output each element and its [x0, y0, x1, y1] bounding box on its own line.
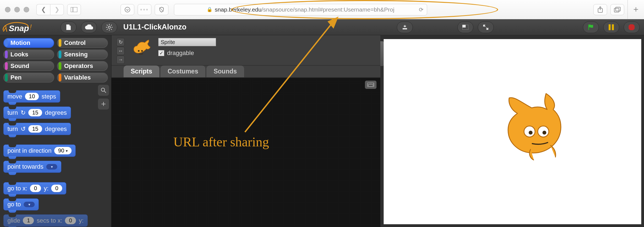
share-button[interactable] [593, 4, 607, 15]
stage[interactable] [384, 39, 641, 224]
settings-menu-button[interactable] [101, 21, 117, 33]
search-blocks-button[interactable] [98, 85, 109, 96]
svg-rect-31 [371, 83, 372, 84]
svg-rect-20 [462, 25, 466, 28]
svg-line-16 [107, 29, 108, 30]
svg-rect-21 [609, 24, 611, 30]
category-motion[interactable]: Motion [3, 38, 54, 48]
svg-rect-22 [612, 24, 614, 30]
sidebar-button[interactable] [67, 4, 81, 15]
rotation-full[interactable]: ↻ [116, 38, 125, 46]
scripts-canvas[interactable] [111, 77, 380, 227]
category-sensing[interactable]: Sensing [57, 50, 108, 59]
sprite-thumbnail[interactable] [130, 38, 153, 62]
close-window[interactable] [5, 7, 10, 12]
tabs-button[interactable] [610, 4, 624, 15]
svg-point-37 [542, 131, 546, 135]
forward-button[interactable]: ❯ [50, 4, 64, 15]
svg-point-36 [529, 131, 533, 135]
svg-text:Snap: Snap [9, 24, 29, 33]
minimize-window[interactable] [14, 7, 20, 12]
stage-area [380, 35, 644, 227]
svg-point-9 [108, 26, 110, 28]
privacy-button[interactable] [155, 4, 168, 15]
tab-sounds[interactable]: Sounds [206, 65, 244, 77]
category-operators[interactable]: Operators [57, 61, 108, 71]
rotation-leftright[interactable]: ↔ [116, 47, 125, 55]
rotation-style: ↻ ↔ → [116, 38, 125, 64]
svg-rect-29 [368, 83, 369, 84]
block-glide[interactable]: glide1secs to x:0y: [3, 214, 88, 227]
zoom-window[interactable] [24, 7, 29, 12]
block-move-steps[interactable]: move10steps [3, 90, 60, 103]
new-tab-button[interactable]: + [627, 0, 644, 19]
category-looks[interactable]: Looks [3, 50, 54, 59]
cloud-menu-button[interactable] [81, 21, 97, 33]
tab-costumes[interactable]: Costumes [160, 65, 205, 77]
rotation-none[interactable]: → [116, 56, 125, 64]
scripting-area: ↻ ↔ → ✓ draggable Scripts Costumes Sound… [111, 35, 380, 227]
svg-text:λ: λ [3, 24, 8, 34]
tab-scripts[interactable]: Scripts [124, 65, 159, 77]
svg-point-27 [141, 50, 143, 52]
svg-rect-18 [403, 28, 407, 29]
draggable-label: draggable [167, 50, 194, 57]
sprite-name-input[interactable] [158, 38, 216, 46]
palette-tools: + [98, 85, 109, 110]
file-menu-button[interactable] [61, 21, 77, 33]
svg-rect-32 [372, 83, 373, 84]
annotation-text: URL after sharing [173, 134, 269, 149]
svg-line-17 [111, 25, 112, 26]
pause-button[interactable] [603, 21, 619, 33]
stage-resize-handle[interactable] [380, 41, 384, 66]
svg-rect-28 [367, 83, 374, 87]
snap-logo[interactable]: λ Snap ! [0, 19, 56, 35]
block-point-towards[interactable]: point towards▾ [3, 161, 61, 173]
category-variables[interactable]: Variables [57, 73, 108, 83]
motion-blocks: move10steps turn↻15degrees turn↺15degree… [0, 85, 95, 227]
svg-line-25 [104, 91, 106, 93]
draggable-checkbox[interactable]: ✓ [158, 50, 164, 56]
stop-button[interactable] [624, 21, 640, 33]
svg-rect-33 [369, 85, 373, 86]
svg-rect-4 [614, 8, 619, 12]
svg-point-24 [101, 88, 105, 91]
lock-icon: 🔒 [207, 7, 212, 12]
block-go-to[interactable]: go to▾ [3, 198, 39, 210]
downloads-button[interactable] [121, 4, 134, 15]
snap-app: λ Snap ! U1L1-ClickAlonzo [0, 19, 644, 227]
svg-line-15 [111, 29, 112, 30]
svg-rect-30 [369, 83, 370, 84]
alonzo-sprite[interactable] [505, 91, 565, 163]
snap-toolbar: U1L1-ClickAlonzo [0, 19, 644, 35]
svg-point-26 [138, 50, 140, 52]
draggable-row[interactable]: ✓ draggable [158, 50, 216, 57]
svg-marker-23 [629, 24, 635, 30]
block-goto-xy[interactable]: go to x:0y:0 [3, 182, 66, 195]
turn-ccw-icon: ↺ [21, 125, 26, 133]
green-flag-button[interactable] [583, 21, 599, 33]
fullscreen-button[interactable] [478, 21, 494, 33]
back-button[interactable]: ❮ [36, 4, 50, 15]
reader-button[interactable]: ••• [138, 4, 151, 15]
keyboard-entry-button[interactable] [365, 81, 376, 89]
block-turn-cw[interactable]: turn↻15degrees [3, 106, 71, 119]
block-point-direction[interactable]: point in direction90▾ [3, 144, 76, 157]
block-turn-ccw[interactable]: turn↺15degrees [3, 123, 71, 135]
category-control[interactable]: Control [57, 38, 108, 48]
svg-rect-0 [71, 7, 77, 12]
url-bar[interactable]: 🔒 snap.berkeley.edu/snapsource/snap.html… [174, 4, 427, 15]
block-palette: MotionControlLooksSensingSoundOperatorsP… [0, 35, 111, 227]
svg-point-2 [125, 7, 130, 12]
stage-size-button[interactable] [397, 21, 413, 33]
project-title: U1L1-ClickAlonzo [123, 23, 187, 31]
category-grid: MotionControlLooksSensingSoundOperatorsP… [0, 35, 111, 85]
reload-icon[interactable]: ⟳ [419, 6, 424, 13]
category-sound[interactable]: Sound [3, 61, 54, 71]
category-pen[interactable]: Pen [3, 73, 54, 83]
safari-titlebar: ❮ ❯ ••• 🔒 snap.berkeley.edu/snapsource/s… [0, 0, 644, 19]
make-block-button[interactable]: + [98, 99, 109, 110]
url-host: snap.berkeley.edu [215, 6, 261, 13]
svg-rect-5 [616, 7, 620, 11]
small-stage-button[interactable] [457, 21, 473, 33]
